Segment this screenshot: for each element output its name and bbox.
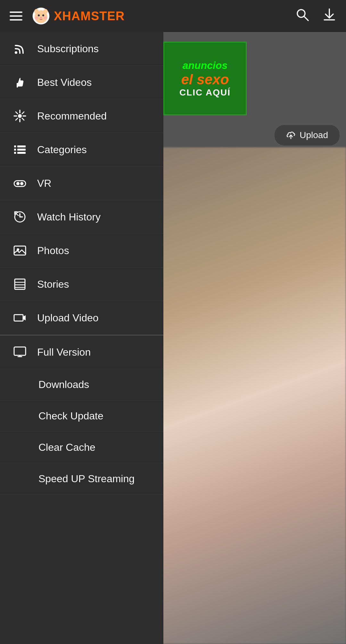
sidebar-label-recommended: Recommended: [37, 110, 107, 122]
sidebar-item-speed-up[interactable]: Speed UP Streaming: [0, 463, 163, 495]
svg-rect-22: [17, 145, 26, 147]
svg-point-6: [40, 17, 42, 18]
upload-cloud-icon: [286, 130, 296, 140]
sidebar-label-check-update: Check Update: [38, 410, 103, 422]
history-icon: [13, 210, 27, 224]
sidebar-item-watch-history[interactable]: Watch History: [0, 200, 163, 234]
svg-point-11: [15, 51, 17, 54]
svg-point-28: [16, 182, 20, 185]
sidebar-label-upload-video: Upload Video: [37, 312, 99, 324]
svg-rect-24: [17, 149, 26, 151]
svg-rect-27: [14, 181, 26, 186]
rss-icon: [13, 42, 27, 56]
background-content: anuncios el sexo CLIC AQUÍ Upload: [160, 32, 346, 644]
video-thumbnail: [160, 147, 346, 644]
sidebar-item-categories[interactable]: Categories: [0, 133, 163, 167]
sidebar-item-stories[interactable]: Stories: [0, 268, 163, 301]
sidebar-label-photos: Photos: [37, 245, 69, 257]
sidebar: Subscriptions Best Videos: [0, 32, 163, 644]
svg-point-4: [38, 14, 40, 16]
sidebar-item-best-videos[interactable]: Best Videos: [0, 66, 163, 99]
list-icon: [13, 143, 27, 157]
sidebar-item-upload-video[interactable]: Upload Video: [0, 301, 163, 335]
ad-text-3: CLIC AQUÍ: [179, 87, 231, 98]
svg-line-20: [16, 118, 18, 120]
sidebar-label-vr: VR: [37, 178, 51, 189]
svg-line-19: [22, 112, 24, 114]
sidebar-label-watch-history: Watch History: [37, 211, 101, 223]
header: XHAMSTER: [0, 0, 346, 32]
svg-point-5: [42, 14, 44, 16]
upload-label: Upload: [300, 130, 328, 140]
vr-icon: [13, 176, 27, 190]
sidebar-item-recommended[interactable]: Recommended: [0, 99, 163, 133]
sidebar-item-photos[interactable]: Photos: [0, 234, 163, 268]
sidebar-label-speed-up: Speed UP Streaming: [38, 473, 135, 484]
sidebar-label-stories: Stories: [37, 278, 69, 290]
svg-rect-23: [14, 149, 16, 151]
svg-line-18: [22, 118, 24, 120]
sidebar-item-full-version[interactable]: Full Version: [0, 335, 163, 369]
upload-button[interactable]: Upload: [275, 125, 340, 145]
ad-banner: anuncios el sexo CLIC AQUÍ: [163, 42, 247, 115]
download-icon[interactable]: [322, 8, 336, 25]
header-right: [295, 8, 336, 25]
stories-icon: [13, 277, 27, 291]
svg-rect-25: [14, 152, 16, 154]
sparkle-icon: [13, 109, 27, 123]
svg-rect-26: [17, 152, 26, 154]
sidebar-item-vr[interactable]: VR: [0, 167, 163, 200]
sidebar-label-subscriptions: Subscriptions: [37, 43, 99, 55]
ad-text-2: el sexo: [181, 71, 229, 87]
sidebar-label-best-videos: Best Videos: [37, 77, 92, 88]
photo-icon: [13, 244, 27, 258]
search-icon[interactable]: [295, 8, 309, 25]
sidebar-item-downloads[interactable]: Downloads: [0, 369, 163, 400]
svg-rect-31: [14, 246, 26, 255]
sidebar-label-clear-cache: Clear Cache: [38, 442, 95, 453]
svg-line-10: [304, 16, 308, 21]
header-left: XHAMSTER: [10, 7, 125, 25]
sidebar-label-categories: Categories: [37, 144, 87, 156]
thumbs-up-icon: [13, 75, 27, 89]
svg-point-29: [20, 182, 23, 185]
logo-icon: [32, 7, 50, 25]
svg-line-17: [16, 112, 18, 114]
logo[interactable]: XHAMSTER: [32, 7, 125, 25]
sidebar-item-subscriptions[interactable]: Subscriptions: [0, 32, 163, 66]
svg-rect-37: [14, 315, 23, 321]
sidebar-label-downloads: Downloads: [38, 379, 89, 390]
sidebar-item-check-update[interactable]: Check Update: [0, 400, 163, 432]
upload-video-icon: [13, 311, 27, 325]
ad-text-1: anuncios: [183, 60, 227, 71]
svg-point-12: [18, 114, 22, 118]
hamburger-button[interactable]: [10, 12, 22, 21]
svg-rect-38: [14, 347, 26, 355]
logo-text: XHAMSTER: [54, 9, 125, 23]
svg-point-8: [44, 16, 47, 20]
sidebar-item-clear-cache[interactable]: Clear Cache: [0, 432, 163, 463]
svg-point-7: [35, 16, 38, 20]
svg-rect-21: [14, 145, 16, 147]
monitor-icon: [13, 345, 27, 359]
sidebar-label-full-version: Full Version: [37, 346, 91, 358]
